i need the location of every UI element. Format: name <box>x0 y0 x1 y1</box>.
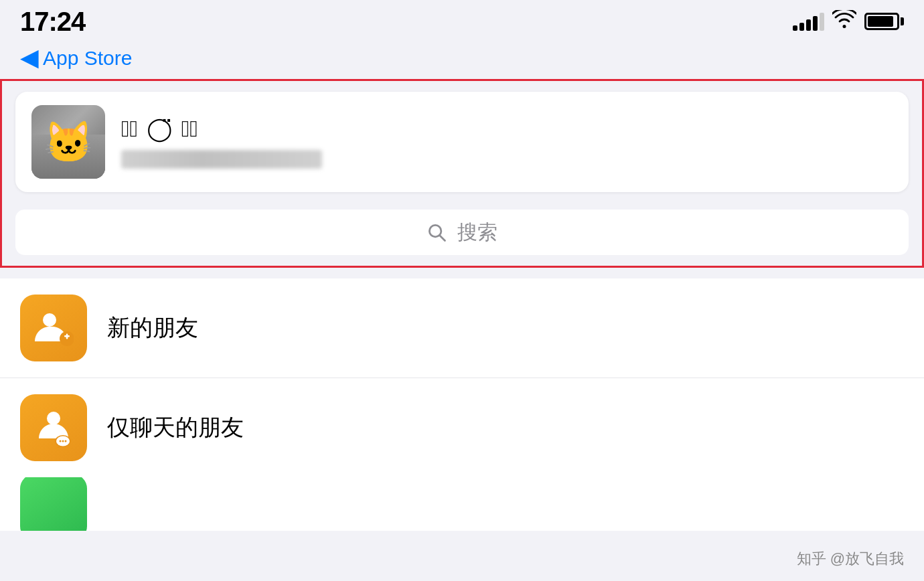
signal-bar-4 <box>813 16 818 31</box>
signal-bar-1 <box>793 25 797 31</box>
svg-point-2 <box>43 313 56 327</box>
signal-bars-icon <box>793 12 824 31</box>
status-icons <box>793 10 904 33</box>
nav-bar: ◀ App Store <box>0 40 924 79</box>
back-label: App Store <box>43 47 132 70</box>
highlighted-section: ค̈ ◯̈ ค̈ 搜索 <box>0 79 924 268</box>
search-bar[interactable]: 搜索 <box>15 210 909 255</box>
list-item-chat-friends[interactable]: 仅聊天的朋友 <box>0 378 924 477</box>
list-item-new-friends[interactable]: 新的朋友 <box>0 278 924 378</box>
list-item-partial-bottom <box>0 477 924 531</box>
contacts-list: 新的朋友 仅聊天的朋友 <box>0 278 924 477</box>
add-friend-svg <box>33 308 74 348</box>
chat-friends-label: 仅聊天的朋友 <box>107 412 244 443</box>
svg-point-9 <box>60 440 62 442</box>
back-button[interactable]: ◀ App Store <box>20 47 132 70</box>
wifi-icon <box>832 10 856 33</box>
search-icon <box>427 222 447 242</box>
signal-bar-3 <box>806 19 811 31</box>
status-time: 17:24 <box>20 7 85 37</box>
chat-friends-icon <box>20 394 87 461</box>
svg-point-11 <box>65 440 67 442</box>
svg-rect-5 <box>66 334 68 339</box>
green-icon-partial <box>20 477 87 531</box>
avatar <box>31 105 105 179</box>
svg-line-1 <box>440 236 445 241</box>
chat-friend-svg <box>33 408 74 448</box>
watermark: 知乎 @放飞自我 <box>797 549 904 569</box>
search-section: 搜索 <box>2 203 922 266</box>
search-placeholder: 搜索 <box>457 219 497 246</box>
status-bar: 17:24 <box>0 0 924 40</box>
battery-icon <box>864 13 904 30</box>
signal-bar-2 <box>799 23 804 31</box>
profile-info: ค̈ ◯̈ ค̈ <box>121 115 893 169</box>
back-chevron-icon: ◀ <box>20 46 39 70</box>
new-friends-label: 新的朋友 <box>107 313 198 343</box>
profile-id-blurred <box>121 150 322 169</box>
profile-name: ค̈ ◯̈ ค̈ <box>121 115 893 142</box>
svg-point-10 <box>62 440 64 442</box>
svg-point-6 <box>47 412 60 425</box>
signal-bar-5 <box>820 13 824 31</box>
section-divider <box>0 268 924 278</box>
new-friends-icon <box>20 295 87 361</box>
profile-card[interactable]: ค̈ ◯̈ ค̈ <box>15 92 909 192</box>
